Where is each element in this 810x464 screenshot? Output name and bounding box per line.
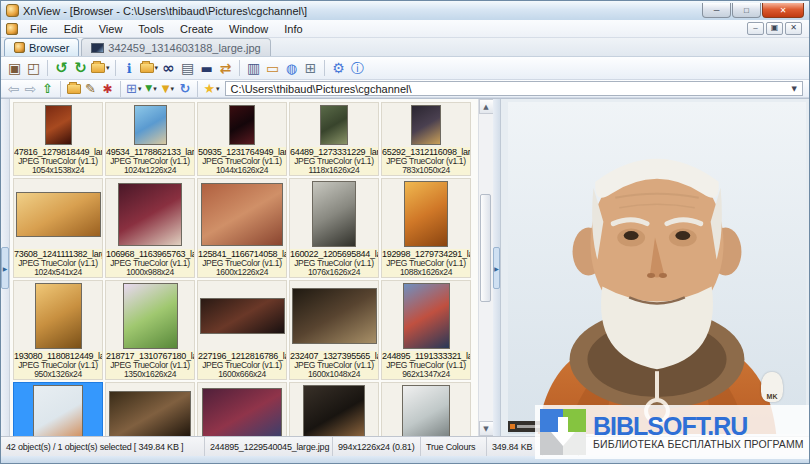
thumbnail-item[interactable]: 160022_1205695844_la...JPEG TrueColor (v… <box>289 178 379 278</box>
forward-button[interactable]: ⇨ <box>22 81 39 97</box>
status-section-0: 42 object(s) / 1 object(s) selected [ 34… <box>1 437 205 456</box>
pane-splitter[interactable]: ▶ <box>493 99 501 436</box>
thumbnail-format: JPEG TrueColor (v1.1) <box>290 259 378 268</box>
web-page-button[interactable]: ◍ <box>282 58 301 78</box>
expand-tree-icon[interactable]: ▶ <box>1 247 9 289</box>
thumbnail-image <box>403 283 450 349</box>
thumbnail-image-area <box>198 179 286 249</box>
rotate-left-button[interactable]: ↺ <box>52 58 71 78</box>
search-button[interactable]: ∞ <box>159 58 178 78</box>
thumbnail-item[interactable] <box>197 382 287 436</box>
thumbnail-item[interactable] <box>289 382 379 436</box>
mdi-restore-icon[interactable]: ▣ <box>766 22 783 35</box>
thumbnail-item[interactable]: 65292_1312116098_largeJPEG TrueColor (v1… <box>381 102 471 176</box>
menu-item-edit[interactable]: Edit <box>56 22 91 36</box>
navigation-toolbar: ⇦⇨⇧✎✱⊞▾▼▾▼▾↻★▾C:\Users\thibaud\Pictures\… <box>1 80 809 98</box>
thumbnail-item[interactable]: 47816_1279818449_largeJPEG TrueColor (v1… <box>13 102 103 176</box>
dropdown-arrow-icon: ▾ <box>155 64 159 72</box>
convert-button[interactable]: ⇄ <box>216 58 235 78</box>
thumbnail-item[interactable]: 218717_1310767180_la...JPEG TrueColor (v… <box>105 280 195 380</box>
thumbnail-item[interactable]: 125841_1166714058_la...JPEG TrueColor (v… <box>197 178 287 278</box>
thumbnail-item[interactable]: 106968_1163965763_la...JPEG TrueColor (v… <box>105 178 195 278</box>
thumbnail-image-area <box>382 179 470 249</box>
thumbnail-dimensions: 1600x1226x24 <box>198 268 286 277</box>
folder-tree-collapsed[interactable]: ▶ <box>1 99 10 436</box>
thumbnail-item[interactable] <box>105 382 195 436</box>
fullscreen-button[interactable]: ◰ <box>24 58 43 78</box>
scroll-up-icon[interactable]: ▲ <box>479 99 494 114</box>
view-mode-button[interactable]: ⊞▾ <box>125 81 142 97</box>
copy-to-folder-button[interactable]: ▾ <box>139 58 160 78</box>
sort-icon: ▼ <box>145 84 152 93</box>
delete-button[interactable]: ✱ <box>99 81 116 97</box>
thumbnail-item[interactable]: 73608_1241111382_largeJPEG TrueColor (v1… <box>13 178 103 278</box>
back-button[interactable]: ⇦ <box>5 81 22 97</box>
thumbnail-item[interactable]: 232407_1327395565_la...JPEG TrueColor (v… <box>289 280 379 380</box>
title-bar[interactable]: XnView - [Browser - C:\Users\thibaud\Pic… <box>1 1 809 20</box>
splitter-handle-icon[interactable]: ▶ <box>493 247 500 289</box>
tab-browser[interactable]: Browser <box>4 38 79 56</box>
thumbnail-item[interactable]: 193080_1180812449_la...JPEG TrueColor (v… <box>13 280 103 380</box>
thumbnail-item[interactable]: 227196_1212816786_la...JPEG TrueColor (v… <box>197 280 287 380</box>
arrow-forward-icon: ⇨ <box>25 82 37 96</box>
address-dropdown-icon[interactable]: ▼ <box>792 85 797 93</box>
web-icon: ◍ <box>286 62 297 75</box>
edit-button[interactable]: ✎ <box>82 81 99 97</box>
info-button[interactable]: ⓘ <box>348 58 367 78</box>
capture-button[interactable]: ▥ <box>244 58 263 78</box>
thumbnail-format: JPEG TrueColor (v1.1) <box>382 361 470 370</box>
thumbnail-item[interactable]: 50935_1231764949_largeJPEG TrueColor (v1… <box>197 102 287 176</box>
address-bar[interactable]: C:\Users\thibaud\Pictures\cgchannel\▼ <box>225 81 803 96</box>
contact-sheet-button[interactable]: ⊞ <box>301 58 320 78</box>
settings-button[interactable]: ⚙ <box>329 58 348 78</box>
thumbnail-item[interactable]: 64489_1273331229_largeJPEG TrueColor (v1… <box>289 102 379 176</box>
thumbnail-selected[interactable] <box>13 382 103 436</box>
thumbnail-item[interactable] <box>381 382 471 436</box>
thumbnail-item[interactable]: 192998_1279734291_la...JPEG TrueColor (v… <box>381 178 471 278</box>
slideshow-button[interactable]: ▭ <box>263 58 282 78</box>
thumbnail-scrollbar[interactable]: ▲ ▼ <box>478 99 493 436</box>
close-icon[interactable]: ✕ <box>762 3 804 18</box>
thumbnail-format: JPEG TrueColor (v1.1) <box>198 157 286 166</box>
rotate-right-button[interactable]: ↻ <box>71 58 90 78</box>
thumbnail-item[interactable]: 49534_1178862133_largeJPEG TrueColor (v1… <box>105 102 195 176</box>
menu-item-file[interactable]: File <box>22 22 56 36</box>
scan-button[interactable]: ▬ <box>197 58 216 78</box>
tab-342459-1314603188-large-jpg[interactable]: 342459_1314603188_large.jpg <box>81 38 270 56</box>
scrollbar-thumb[interactable] <box>480 194 491 302</box>
menu-item-create[interactable]: Create <box>172 22 221 36</box>
mdi-close-icon[interactable]: ✕ <box>785 22 802 35</box>
thumbnail-image <box>292 288 377 344</box>
up-button[interactable]: ⇧ <box>39 81 56 97</box>
biblsoft-tagline: БИБЛИОТЕКА БЕСПЛАТНЫХ ПРОГРАММ <box>593 438 804 450</box>
minimize-icon[interactable]: ─ <box>702 3 731 18</box>
view-button[interactable]: ▣ <box>5 58 24 78</box>
menu-item-view[interactable]: View <box>91 22 131 36</box>
move-to-folder-button[interactable]: ▾ <box>90 58 111 78</box>
filter-button[interactable]: ▼▾ <box>159 81 176 97</box>
scrollbar-track[interactable] <box>479 114 494 421</box>
menu-item-tools[interactable]: Tools <box>130 22 172 36</box>
thumbnail-item[interactable]: 244895_1191333321_la...JPEG TrueColor (v… <box>381 280 471 380</box>
thumbnail-image <box>303 385 365 436</box>
thumbnail-image-area <box>106 281 194 351</box>
menu-item-info[interactable]: Info <box>276 22 310 36</box>
thumbnail-filename: 227196_1212816786_la... <box>198 351 286 361</box>
properties-button[interactable]: ℹ <box>120 58 139 78</box>
thumbnail-row: 47816_1279818449_largeJPEG TrueColor (v1… <box>13 102 478 176</box>
thumbnail-format: JPEG TrueColor (v1.1) <box>14 157 102 166</box>
scroll-down-icon[interactable]: ▼ <box>479 421 494 436</box>
thumbnail-image-area <box>290 179 378 249</box>
mdi-minimize-icon[interactable]: – <box>747 22 764 35</box>
new-folder-button[interactable] <box>65 81 82 97</box>
favorites-button[interactable]: ★▾ <box>202 81 220 97</box>
refresh-button[interactable]: ↻ <box>176 81 193 97</box>
print-button[interactable]: ▤ <box>178 58 197 78</box>
toolbar-separator <box>324 60 325 76</box>
menu-item-window[interactable]: Window <box>221 22 276 36</box>
toolbar-separator <box>120 81 121 97</box>
maximize-icon[interactable]: □ <box>732 3 761 18</box>
xnview-window: XnView - [Browser - C:\Users\thibaud\Pic… <box>0 0 810 464</box>
thumbnail-dimensions: 1076x1626x24 <box>290 268 378 277</box>
sort-button[interactable]: ▼▾ <box>142 81 159 97</box>
